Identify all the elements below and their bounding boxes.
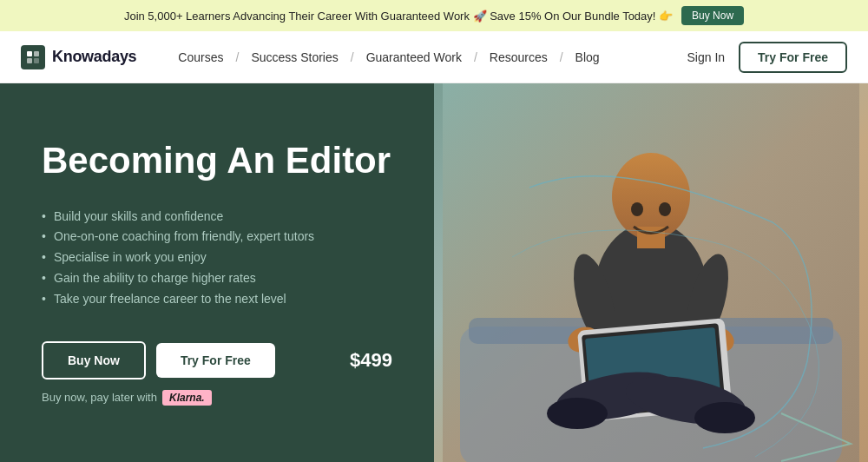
svg-point-22 bbox=[631, 202, 643, 216]
klarna-row: Buy now, pay later with Klarna. bbox=[42, 390, 392, 406]
hero-content: Becoming An Editor Build your skills and… bbox=[0, 83, 434, 462]
logo-icon bbox=[21, 45, 45, 69]
nav-sep-3: / bbox=[474, 50, 477, 64]
nav-right: Sign In Try For Free bbox=[687, 42, 847, 73]
top-banner: Join 5,000+ Learners Advancing Their Car… bbox=[0, 0, 868, 31]
hero-price: $499 bbox=[350, 349, 392, 372]
hero-image bbox=[434, 83, 868, 462]
bullet-1: Build your skills and confidence bbox=[42, 207, 392, 228]
svg-point-20 bbox=[547, 398, 608, 429]
nav-links: Courses / Success Stories / Guaranteed W… bbox=[171, 47, 687, 68]
hero-section: Becoming An Editor Build your skills and… bbox=[0, 83, 868, 462]
nav-guaranteed-work[interactable]: Guaranteed Work bbox=[359, 47, 469, 68]
sign-in-link[interactable]: Sign In bbox=[687, 50, 725, 64]
svg-rect-3 bbox=[34, 58, 39, 63]
actions-price-row: Buy Now Try For Free $499 bbox=[42, 341, 392, 380]
nav-success-stories[interactable]: Success Stories bbox=[244, 47, 345, 68]
buy-now-button[interactable]: Buy Now bbox=[42, 341, 146, 380]
svg-rect-1 bbox=[34, 51, 39, 56]
hero-bullets: Build your skills and confidence One-on-… bbox=[42, 207, 392, 310]
klarna-prefix: Buy now, pay later with bbox=[42, 391, 157, 404]
try-free-button[interactable]: Try For Free bbox=[739, 42, 847, 73]
bullet-5: Take your freelance career to the next l… bbox=[42, 289, 392, 310]
banner-cta-button[interactable]: Buy Now bbox=[681, 6, 744, 25]
nav-sep-4: / bbox=[560, 50, 563, 64]
hero-person-illustration bbox=[434, 83, 868, 462]
navbar: Knowadays Courses / Success Stories / Gu… bbox=[0, 31, 868, 83]
nav-courses[interactable]: Courses bbox=[171, 47, 230, 68]
svg-point-23 bbox=[659, 202, 671, 216]
hero-title: Becoming An Editor bbox=[42, 140, 392, 182]
bullet-3: Specialise in work you enjoy bbox=[42, 248, 392, 268]
bullet-4: Gain the ability to charge higher rates bbox=[42, 268, 392, 289]
nav-resources[interactable]: Resources bbox=[483, 47, 555, 68]
klarna-brand: Klarna. bbox=[162, 390, 212, 406]
try-free-hero-button[interactable]: Try For Free bbox=[156, 343, 275, 378]
logo-link[interactable]: Knowadays bbox=[21, 45, 136, 69]
svg-point-21 bbox=[694, 402, 755, 433]
nav-blog[interactable]: Blog bbox=[569, 47, 607, 68]
bullet-2: One-on-one coaching from friendly, exper… bbox=[42, 227, 392, 248]
banner-text: Join 5,000+ Learners Advancing Their Car… bbox=[124, 10, 673, 23]
svg-rect-0 bbox=[27, 51, 32, 56]
logo-text: Knowadays bbox=[52, 48, 136, 66]
nav-sep-1: / bbox=[235, 50, 239, 64]
nav-sep-2: / bbox=[351, 50, 354, 64]
svg-rect-2 bbox=[27, 58, 32, 63]
